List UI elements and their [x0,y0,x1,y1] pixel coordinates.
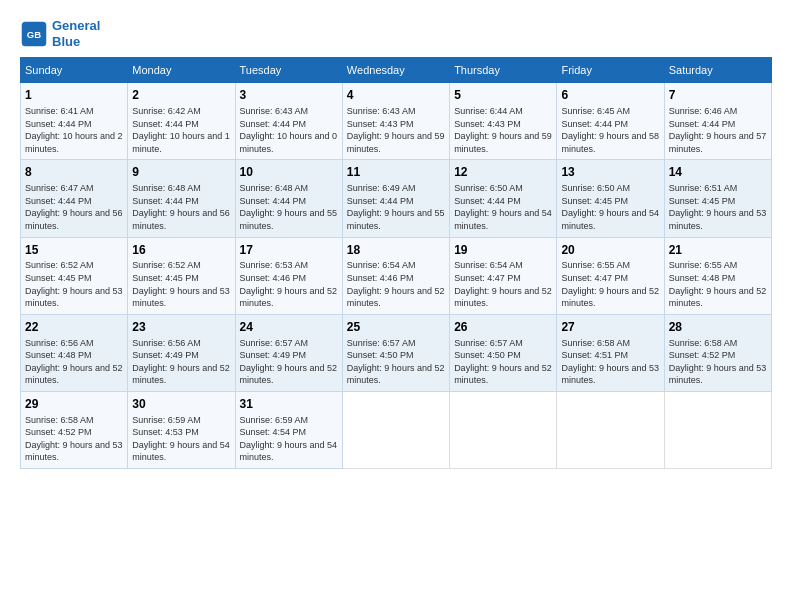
daylight-text: Daylight: 9 hours and 52 minutes. [240,285,338,310]
logo: GB General Blue [20,18,100,49]
sunrise-text: Sunrise: 6:57 AM [454,337,552,350]
calendar-cell: 6Sunrise: 6:45 AMSunset: 4:44 PMDaylight… [557,83,664,160]
daylight-text: Daylight: 9 hours and 52 minutes. [240,362,338,387]
daylight-text: Daylight: 9 hours and 53 minutes. [25,285,123,310]
sunrise-text: Sunrise: 6:50 AM [561,182,659,195]
daylight-text: Daylight: 9 hours and 53 minutes. [669,207,767,232]
sunrise-text: Sunrise: 6:49 AM [347,182,445,195]
calendar-cell [450,391,557,468]
calendar-cell [342,391,449,468]
daylight-text: Daylight: 9 hours and 52 minutes. [561,285,659,310]
logo-text: General Blue [52,18,100,49]
daylight-text: Daylight: 9 hours and 53 minutes. [561,362,659,387]
calendar-cell: 3Sunrise: 6:43 AMSunset: 4:44 PMDaylight… [235,83,342,160]
daylight-text: Daylight: 9 hours and 59 minutes. [454,130,552,155]
calendar-cell: 17Sunrise: 6:53 AMSunset: 4:46 PMDayligh… [235,237,342,314]
sunset-text: Sunset: 4:51 PM [561,349,659,362]
day-number: 18 [347,242,445,259]
sunrise-text: Sunrise: 6:59 AM [132,414,230,427]
calendar-cell: 24Sunrise: 6:57 AMSunset: 4:49 PMDayligh… [235,314,342,391]
calendar-cell: 18Sunrise: 6:54 AMSunset: 4:46 PMDayligh… [342,237,449,314]
day-number: 3 [240,87,338,104]
day-number: 11 [347,164,445,181]
sunset-text: Sunset: 4:50 PM [347,349,445,362]
day-number: 29 [25,396,123,413]
calendar-cell: 16Sunrise: 6:52 AMSunset: 4:45 PMDayligh… [128,237,235,314]
day-number: 16 [132,242,230,259]
day-number: 9 [132,164,230,181]
sunset-text: Sunset: 4:44 PM [25,118,123,131]
daylight-text: Daylight: 9 hours and 54 minutes. [454,207,552,232]
day-number: 5 [454,87,552,104]
daylight-text: Daylight: 9 hours and 52 minutes. [132,362,230,387]
day-number: 7 [669,87,767,104]
sunset-text: Sunset: 4:46 PM [240,272,338,285]
sunset-text: Sunset: 4:44 PM [561,118,659,131]
sunset-text: Sunset: 4:48 PM [669,272,767,285]
calendar-cell: 30Sunrise: 6:59 AMSunset: 4:53 PMDayligh… [128,391,235,468]
header-cell-thursday: Thursday [450,58,557,83]
sunset-text: Sunset: 4:49 PM [240,349,338,362]
sunrise-text: Sunrise: 6:55 AM [561,259,659,272]
sunset-text: Sunset: 4:44 PM [347,195,445,208]
sunset-text: Sunset: 4:46 PM [347,272,445,285]
day-number: 25 [347,319,445,336]
sunrise-text: Sunrise: 6:58 AM [669,337,767,350]
daylight-text: Daylight: 9 hours and 57 minutes. [669,130,767,155]
day-number: 23 [132,319,230,336]
sunrise-text: Sunrise: 6:47 AM [25,182,123,195]
header-cell-saturday: Saturday [664,58,771,83]
svg-text:GB: GB [27,28,41,39]
sunrise-text: Sunrise: 6:58 AM [561,337,659,350]
sunrise-text: Sunrise: 6:42 AM [132,105,230,118]
sunrise-text: Sunrise: 6:51 AM [669,182,767,195]
calendar-cell: 11Sunrise: 6:49 AMSunset: 4:44 PMDayligh… [342,160,449,237]
day-number: 15 [25,242,123,259]
day-number: 30 [132,396,230,413]
sunrise-text: Sunrise: 6:58 AM [25,414,123,427]
sunset-text: Sunset: 4:43 PM [347,118,445,131]
sunset-text: Sunset: 4:44 PM [132,118,230,131]
sunset-text: Sunset: 4:44 PM [240,195,338,208]
daylight-text: Daylight: 9 hours and 52 minutes. [25,362,123,387]
sunset-text: Sunset: 4:45 PM [669,195,767,208]
sunrise-text: Sunrise: 6:44 AM [454,105,552,118]
daylight-text: Daylight: 9 hours and 52 minutes. [454,285,552,310]
sunrise-text: Sunrise: 6:46 AM [669,105,767,118]
calendar-cell [664,391,771,468]
sunrise-text: Sunrise: 6:57 AM [347,337,445,350]
day-number: 17 [240,242,338,259]
daylight-text: Daylight: 10 hours and 1 minute. [132,130,230,155]
sunrise-text: Sunrise: 6:54 AM [454,259,552,272]
sunrise-text: Sunrise: 6:43 AM [240,105,338,118]
calendar-cell [557,391,664,468]
sunset-text: Sunset: 4:44 PM [454,195,552,208]
calendar-cell: 9Sunrise: 6:48 AMSunset: 4:44 PMDaylight… [128,160,235,237]
daylight-text: Daylight: 9 hours and 54 minutes. [561,207,659,232]
daylight-text: Daylight: 9 hours and 55 minutes. [347,207,445,232]
sunset-text: Sunset: 4:54 PM [240,426,338,439]
sunset-text: Sunset: 4:47 PM [454,272,552,285]
day-number: 20 [561,242,659,259]
calendar-cell: 15Sunrise: 6:52 AMSunset: 4:45 PMDayligh… [21,237,128,314]
calendar-cell: 22Sunrise: 6:56 AMSunset: 4:48 PMDayligh… [21,314,128,391]
sunset-text: Sunset: 4:45 PM [132,272,230,285]
daylight-text: Daylight: 9 hours and 53 minutes. [669,362,767,387]
calendar-week-5: 29Sunrise: 6:58 AMSunset: 4:52 PMDayligh… [21,391,772,468]
daylight-text: Daylight: 9 hours and 52 minutes. [347,285,445,310]
day-number: 28 [669,319,767,336]
sunrise-text: Sunrise: 6:50 AM [454,182,552,195]
sunrise-text: Sunrise: 6:43 AM [347,105,445,118]
calendar-week-1: 1Sunrise: 6:41 AMSunset: 4:44 PMDaylight… [21,83,772,160]
calendar-cell: 29Sunrise: 6:58 AMSunset: 4:52 PMDayligh… [21,391,128,468]
calendar-cell: 13Sunrise: 6:50 AMSunset: 4:45 PMDayligh… [557,160,664,237]
sunset-text: Sunset: 4:44 PM [132,195,230,208]
calendar-cell: 12Sunrise: 6:50 AMSunset: 4:44 PMDayligh… [450,160,557,237]
sunset-text: Sunset: 4:53 PM [132,426,230,439]
day-number: 21 [669,242,767,259]
calendar-cell: 25Sunrise: 6:57 AMSunset: 4:50 PMDayligh… [342,314,449,391]
sunset-text: Sunset: 4:43 PM [454,118,552,131]
header-cell-sunday: Sunday [21,58,128,83]
day-number: 24 [240,319,338,336]
sunrise-text: Sunrise: 6:52 AM [132,259,230,272]
